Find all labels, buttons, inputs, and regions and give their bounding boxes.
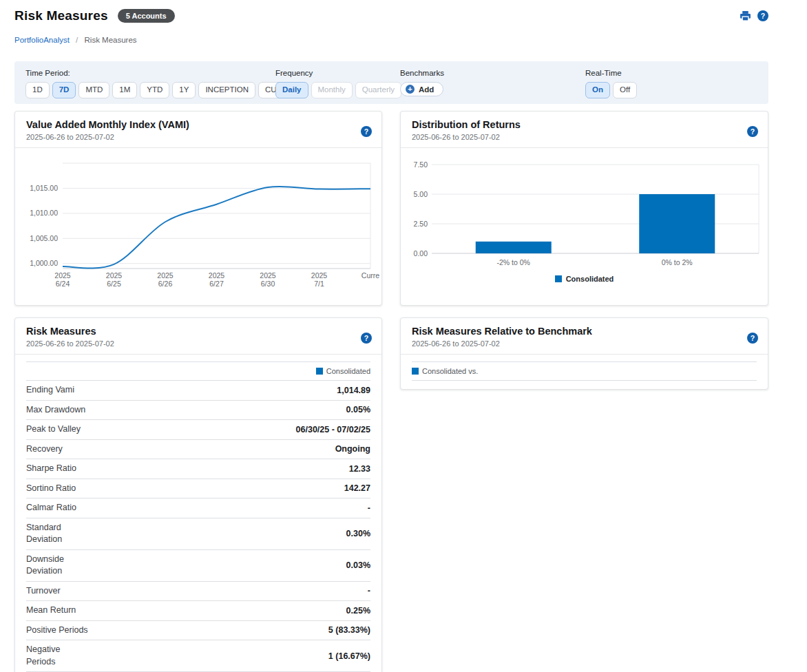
legend-label: Consolidated vs. <box>422 367 478 375</box>
relative-benchmark-title: Risk Measures Relative to Benchmark <box>412 326 757 337</box>
frequency-button-daily[interactable]: Daily <box>275 82 308 98</box>
x-axis-tick: 20256/27 <box>209 271 225 288</box>
time-period-button-1d[interactable]: 1D <box>25 82 50 98</box>
print-icon[interactable] <box>740 10 751 22</box>
y-axis-tick: 1,010.00 <box>30 209 58 217</box>
distribution-panel: Distribution of Returns 2025-06-26 to 20… <box>400 111 768 306</box>
risk-measures-table: Consolidated Ending Vami1,014.89Max Draw… <box>15 355 381 672</box>
row-value: 0.05% <box>346 405 370 414</box>
distribution-legend: Consolidated <box>401 275 768 283</box>
row-value: 12.33 <box>349 464 370 474</box>
relative-benchmark-panel: Risk Measures Relative to Benchmark 2025… <box>400 317 768 390</box>
distribution-bar-chart: 0.002.505.007.50-2% to 0%0% to 2% <box>401 154 769 272</box>
relative-benchmark-help-icon[interactable]: ? <box>747 333 758 344</box>
plus-icon: + <box>406 85 415 94</box>
time-period-button-1m[interactable]: 1M <box>112 82 137 98</box>
row-label: Max Drawdown <box>26 404 85 417</box>
row-label: Sharpe Ratio <box>26 463 76 475</box>
risk-measures-title: Risk Measures <box>26 326 370 337</box>
y-axis-tick: 2.50 <box>414 220 428 228</box>
table-row: StandardDeviation0.30% <box>26 518 370 550</box>
risk-measures-legend: Consolidated <box>26 361 370 381</box>
risk-measures-subtitle: 2025-06-26 to 2025-07-02 <box>26 339 370 348</box>
relative-benchmark-subtitle: 2025-06-26 to 2025-07-02 <box>412 339 757 348</box>
row-value: Ongoing <box>335 444 370 454</box>
real-time-buttons: OnOff <box>585 82 757 98</box>
y-axis-tick: 1,005.00 <box>30 234 58 242</box>
y-axis-tick: 7.50 <box>414 160 428 169</box>
table-row: Peak to Valley06/30/25 - 07/02/25 <box>26 420 370 440</box>
benchmarks-group: Benchmarks + Add <box>400 69 585 95</box>
row-value: 5 (83.33%) <box>328 625 370 635</box>
help-icon[interactable]: ? <box>757 10 768 21</box>
legend-swatch <box>316 368 323 375</box>
add-benchmark-button[interactable]: + Add <box>400 82 443 96</box>
risk-measures-rows: Ending Vami1,014.89Max Drawdown0.05%Peak… <box>26 381 370 672</box>
table-row: RecoveryOngoing <box>26 440 370 460</box>
relative-benchmark-body: Consolidated vs. <box>401 355 768 389</box>
y-axis-tick: 1,015.00 <box>30 184 58 192</box>
real-time-button-on[interactable]: On <box>585 82 610 98</box>
legend-label: Consolidated <box>326 367 370 375</box>
table-row: NegativePeriods1 (16.67%) <box>26 640 370 672</box>
x-axis-tick: 0% to 2% <box>662 258 693 266</box>
table-row: Positive Periods5 (83.33%) <box>26 621 370 641</box>
accounts-badge: 5 Accounts <box>118 9 175 23</box>
time-period-button-1y[interactable]: 1Y <box>172 82 196 98</box>
x-axis-tick: 20256/24 <box>54 271 71 288</box>
row-label: Positive Periods <box>26 624 88 637</box>
table-row: Turnover- <box>26 582 370 602</box>
row-label: Recovery <box>26 443 63 456</box>
time-period-button-ytd[interactable]: YTD <box>140 82 169 98</box>
row-label: StandardDeviation <box>26 522 62 546</box>
x-axis-tick: Curre <box>361 271 379 280</box>
panels-grid: Value Added Monthly Index (VAMI) 2025-06… <box>14 111 768 672</box>
distribution-subtitle: 2025-06-26 to 2025-07-02 <box>412 133 757 141</box>
row-label: Turnover <box>26 585 61 598</box>
frequency-button-quarterly[interactable]: Quarterly <box>355 82 401 98</box>
bar-2 <box>639 194 715 253</box>
row-value: 142.27 <box>344 483 370 493</box>
legend-swatch <box>555 275 562 282</box>
row-label: DownsideDeviation <box>26 554 64 578</box>
row-label: Mean Return <box>26 605 76 617</box>
row-label: Ending Vami <box>26 384 74 397</box>
risk-measures-panel-header: Risk Measures 2025-06-26 to 2025-07-02 <box>15 318 381 355</box>
distribution-panel-header: Distribution of Returns 2025-06-26 to 20… <box>401 112 768 148</box>
top-icons: ? <box>740 10 768 22</box>
real-time-button-off[interactable]: Off <box>613 82 637 98</box>
distribution-help-icon[interactable]: ? <box>747 126 758 137</box>
row-value: - <box>368 586 370 596</box>
vami-help-icon[interactable]: ? <box>361 126 372 137</box>
breadcrumb: PortfolioAnalyst / Risk Measures <box>14 27 768 44</box>
table-row: Max Drawdown0.05% <box>26 401 370 421</box>
row-value: 0.25% <box>346 606 370 616</box>
risk-measures-help-icon[interactable]: ? <box>361 333 372 344</box>
row-value: 0.30% <box>346 529 370 538</box>
breadcrumb-separator: / <box>76 36 78 44</box>
time-period-button-inception[interactable]: INCEPTION <box>198 82 255 98</box>
time-period-button-mtd[interactable]: MTD <box>78 82 109 98</box>
row-value: 1,014.89 <box>337 386 370 395</box>
x-axis-tick: -2% to 0% <box>497 258 530 266</box>
breadcrumb-root-link[interactable]: PortfolioAnalyst <box>14 36 70 44</box>
frequency-button-monthly[interactable]: Monthly <box>311 82 353 98</box>
time-period-button-7d[interactable]: 7D <box>52 82 76 98</box>
legend-swatch <box>412 368 419 375</box>
vami-series-line <box>63 187 370 269</box>
time-period-buttons: 1D7DMTD1MYTD1YINCEPTIONCUSTOM <box>25 82 275 98</box>
row-value: 0.03% <box>346 560 370 570</box>
x-axis-tick: 20256/26 <box>157 271 174 288</box>
risk-measures-panel: Risk Measures 2025-06-26 to 2025-07-02 ?… <box>14 317 382 672</box>
x-axis-tick: 20256/25 <box>106 271 123 288</box>
frequency-buttons: DailyMonthlyQuarterly <box>275 82 400 98</box>
table-row: Mean Return0.25% <box>26 601 370 621</box>
add-benchmark-label: Add <box>419 85 434 94</box>
time-period-label: Time Period: <box>25 69 275 77</box>
frequency-group: Frequency DailyMonthlyQuarterly <box>275 69 400 95</box>
vami-line-chart: 1,000.001,005.001,010.001,015.0020256/24… <box>15 154 383 291</box>
table-row: Sharpe Ratio12.33 <box>26 459 370 479</box>
relative-benchmark-legend: Consolidated vs. <box>412 361 757 381</box>
page-content: Risk Measures 5 Accounts ? PortfolioAnal… <box>14 0 768 672</box>
row-label: Sortino Ratio <box>26 483 76 495</box>
